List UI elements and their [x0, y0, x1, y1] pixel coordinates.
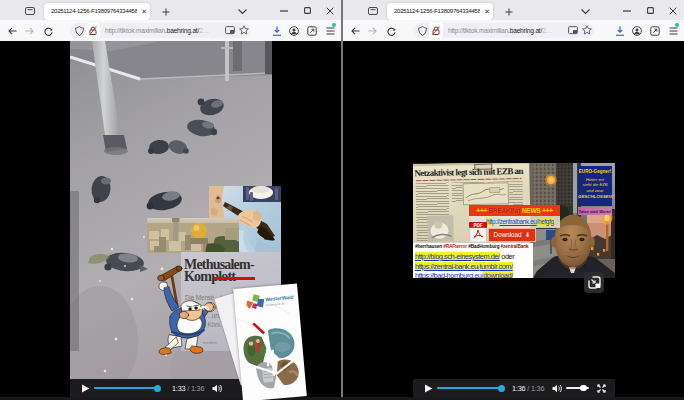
svg-text:PDF: PDF [473, 223, 482, 228]
svg-text:Erlebnis im W.: Erlebnis im W. [266, 302, 286, 308]
